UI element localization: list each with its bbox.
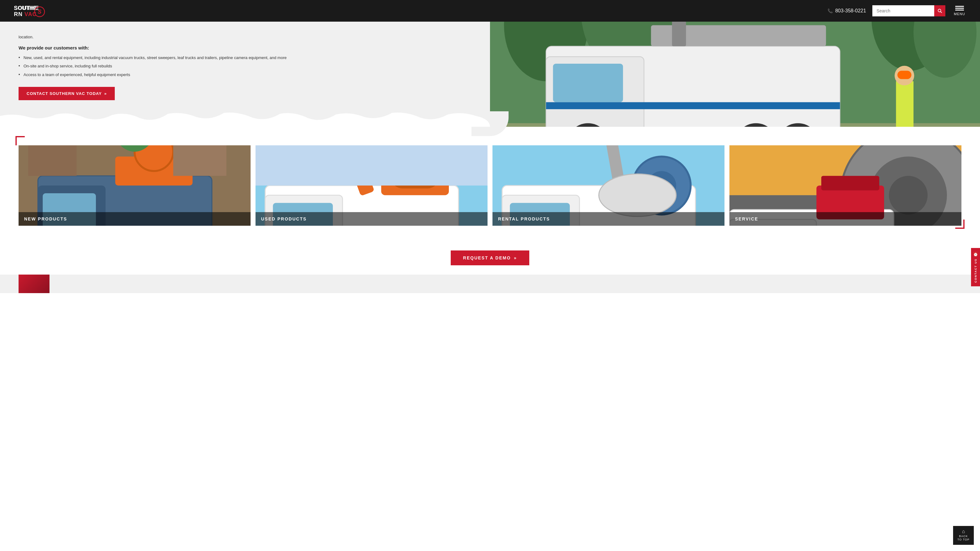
phone-area[interactable]: 📞 803-358-0221 bbox=[827, 8, 866, 14]
bullet-item-3: Access to a team of experienced, helpful… bbox=[19, 72, 471, 78]
svg-text:S: S bbox=[38, 9, 41, 15]
products-section: NEW PRODUCTS bbox=[0, 127, 980, 238]
svg-rect-93 bbox=[821, 176, 880, 191]
svg-point-74 bbox=[599, 174, 676, 217]
svg-rect-60 bbox=[256, 145, 487, 186]
new-products-label: NEW PRODUCTS bbox=[19, 212, 251, 226]
search-input[interactable] bbox=[872, 5, 934, 16]
provide-heading: We provide our customers with: bbox=[19, 45, 471, 51]
service-card[interactable]: SERVICE bbox=[729, 145, 961, 226]
phone-number: 803-358-0221 bbox=[835, 8, 866, 14]
hero-image bbox=[490, 22, 980, 127]
phone-icon: 📞 bbox=[827, 8, 833, 13]
search-area bbox=[872, 5, 945, 16]
bullet-list: New, used, and rental equipment, includi… bbox=[19, 55, 471, 78]
demo-chevrons-icon: » bbox=[514, 256, 517, 260]
hero-left: location. We provide our customers with:… bbox=[0, 22, 490, 127]
header-right: 📞 803-358-0221 MENU bbox=[827, 5, 967, 17]
svg-text:RN VAC: RN VAC bbox=[14, 11, 37, 17]
hero-section: location. We provide our customers with:… bbox=[0, 22, 980, 127]
svg-rect-24 bbox=[546, 102, 840, 110]
partial-product-image bbox=[19, 275, 49, 293]
svg-rect-15 bbox=[553, 64, 623, 102]
menu-line-1 bbox=[955, 6, 964, 7]
contact-us-sidebar[interactable]: ⏰ CONTACT US bbox=[971, 248, 980, 286]
demo-section: REQUEST A DEMO » bbox=[0, 238, 980, 275]
search-button[interactable] bbox=[934, 5, 945, 16]
hero-right bbox=[490, 22, 980, 127]
svg-line-6 bbox=[940, 12, 942, 13]
menu-line-2 bbox=[955, 8, 964, 9]
location-text: location. bbox=[19, 34, 471, 40]
request-demo-button[interactable]: REQUEST A DEMO » bbox=[451, 251, 529, 265]
service-label: SERVICE bbox=[729, 212, 961, 226]
svg-rect-26 bbox=[896, 81, 913, 127]
contact-btn-label: CONTACT SOUTHERN VAC TODAY bbox=[27, 91, 102, 96]
svg-rect-42 bbox=[173, 145, 226, 176]
chevrons-icon: » bbox=[104, 91, 107, 96]
svg-rect-28 bbox=[897, 71, 911, 79]
menu-button[interactable]: MENU bbox=[951, 5, 967, 17]
svg-rect-23 bbox=[672, 22, 686, 46]
bottom-partial bbox=[0, 275, 980, 293]
svg-point-80 bbox=[889, 176, 928, 214]
corner-accent-top-left bbox=[16, 136, 25, 145]
contact-southern-vac-button[interactable]: CONTACT SOUTHERN VAC TODAY » bbox=[19, 87, 115, 100]
menu-line-3 bbox=[955, 10, 964, 11]
contact-sidebar-label: CONTACT US bbox=[974, 259, 977, 283]
used-products-card[interactable]: USED PRODUCTS bbox=[256, 145, 487, 226]
contact-clock-icon: ⏰ bbox=[973, 252, 978, 257]
rental-products-label: RENTAL PRODUCTS bbox=[493, 212, 724, 226]
bullet-item-2: On-site and in-shop service, including f… bbox=[19, 63, 471, 69]
new-products-card[interactable]: NEW PRODUCTS bbox=[19, 145, 251, 226]
site-header: SOUTHE SOUTHE S RN VAC 📞 803-358-0221 bbox=[0, 0, 980, 22]
svg-text:SOUTHE: SOUTHE bbox=[14, 5, 37, 11]
demo-btn-label: REQUEST A DEMO bbox=[463, 256, 511, 260]
product-grid: NEW PRODUCTS bbox=[19, 145, 961, 226]
used-products-label: USED PRODUCTS bbox=[256, 212, 487, 226]
menu-label: MENU bbox=[954, 12, 965, 16]
svg-rect-40 bbox=[28, 145, 76, 176]
rental-products-card[interactable]: RENTAL PRODUCTS bbox=[493, 145, 724, 226]
bullet-item-1: New, used, and rental equipment, includi… bbox=[19, 55, 471, 61]
logo[interactable]: SOUTHE SOUTHE S RN VAC bbox=[13, 3, 46, 19]
